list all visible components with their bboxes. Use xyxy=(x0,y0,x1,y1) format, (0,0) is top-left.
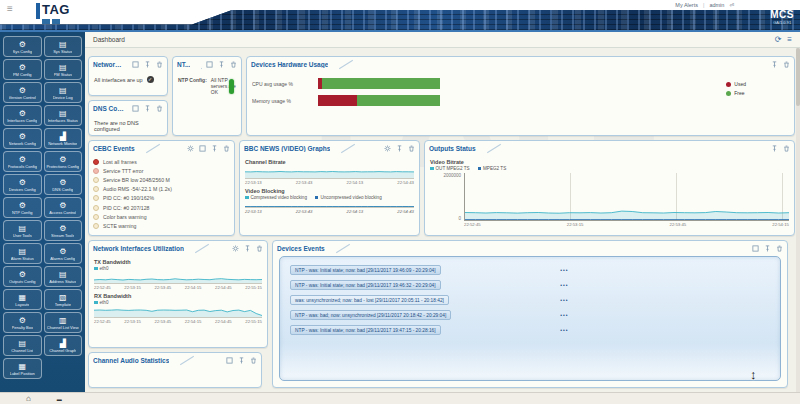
sidebar-item-dns-config[interactable]: ⚙DNS Config xyxy=(44,174,83,195)
checkbox-icon[interactable] xyxy=(752,245,759,252)
more-dots-button[interactable]: ••• xyxy=(560,297,568,303)
severity-dot-icon xyxy=(93,205,99,211)
sidebar-item-interfaces-status[interactable]: ▤Interfaces Status xyxy=(44,105,83,126)
event-item[interactable]: Color bars warning xyxy=(91,212,232,221)
event-item[interactable]: PID CC: #0 190/162% xyxy=(91,194,232,203)
sidebar-item-devices-config[interactable]: ⚙Devices Config xyxy=(3,174,42,195)
more-dots-button[interactable]: ••• xyxy=(560,312,568,318)
sidebar-item-label-position[interactable]: ▦Label Position xyxy=(3,358,42,379)
pin-icon[interactable] xyxy=(211,145,218,152)
refresh-icon[interactable]: ⟳ xyxy=(775,36,782,44)
sidebar-item-label: Access Control xyxy=(49,210,76,215)
menu-hamburger-icon[interactable]: ≡ xyxy=(7,4,18,14)
pin-icon[interactable] xyxy=(771,145,778,152)
sidebar-item-pm-config[interactable]: ⚙PM Config xyxy=(3,59,42,80)
sidebar-item-pm-status[interactable]: ▤PM Status xyxy=(44,59,83,80)
gear-icon[interactable] xyxy=(232,245,239,252)
event-label: Audio RMS -54/-22.1 M (1.2s) xyxy=(103,186,172,192)
trash-icon[interactable] xyxy=(223,145,230,152)
trash-icon[interactable] xyxy=(776,245,783,252)
trash-icon[interactable] xyxy=(783,61,790,68)
logout-icon[interactable]: ⏎ xyxy=(729,2,734,8)
trash-icon[interactable] xyxy=(256,245,263,252)
sidebar-item-user-tools[interactable]: ▤User Tools xyxy=(3,220,42,241)
event-item[interactable]: Service BR low 2048/2560 M xyxy=(91,175,232,184)
trash-icon[interactable] xyxy=(156,105,163,112)
device-event-chip[interactable]: was: unsynchronized; now: bad - lost [29… xyxy=(290,295,449,305)
event-item[interactable]: PID CC: #0 207/128 xyxy=(91,203,232,212)
scrollbar-thumb[interactable] xyxy=(796,48,800,106)
legend-marker-icon xyxy=(478,167,482,171)
pin-icon[interactable] xyxy=(771,61,778,68)
sidebar-item-stream-tools[interactable]: ⚙Stream Tools xyxy=(44,220,83,241)
sidebar-item-label: Sys Config xyxy=(13,49,32,54)
resize-vertical-handle[interactable]: ↕ xyxy=(750,368,757,381)
event-item[interactable]: Service TTT error xyxy=(91,166,232,175)
more-dots-button[interactable]: ••• xyxy=(560,282,568,288)
sidebar-item-address-status[interactable]: ▤Address Status xyxy=(44,266,83,287)
sidebar-item-ntp-config[interactable]: ⚙NTP Config xyxy=(3,197,42,218)
event-item[interactable]: SCTE warning xyxy=(91,221,232,230)
trash-icon[interactable] xyxy=(230,61,237,68)
sidebar-item-template[interactable]: ▧Template xyxy=(44,289,83,310)
pin-icon[interactable] xyxy=(144,105,151,112)
sidebar-item-channel-list-view[interactable]: ▥Channel List View xyxy=(44,312,83,333)
pin-icon[interactable] xyxy=(244,245,251,252)
trash-icon[interactable] xyxy=(156,61,163,68)
checkbox-icon[interactable] xyxy=(226,357,233,364)
sidebar-grid: ⚙Sys Config▤Sys Status⚙PM Config▤PM Stat… xyxy=(3,36,82,379)
sidebar-item-alarm-status[interactable]: ▤Alarm Status xyxy=(3,243,42,264)
alerts-link[interactable]: My Alerts xyxy=(675,2,698,8)
pin-icon[interactable] xyxy=(764,245,771,252)
sidebar-item-device-log[interactable]: ▤Device Log xyxy=(44,82,83,103)
device-event-chip[interactable]: NTP - was: Initial state; now: bad [29/1… xyxy=(290,325,441,335)
event-item[interactable]: Audio RMS -54/-22.1 M (1.2s) xyxy=(91,185,232,194)
sidebar-item-alarms-config[interactable]: ⚙Alarms Config xyxy=(44,243,83,264)
widget-menu-icon[interactable]: ≡ xyxy=(787,36,792,44)
sidebar-item-channel-graph[interactable]: ▟Channel Graph xyxy=(44,335,83,356)
sidebar-item-sys-status[interactable]: ▤Sys Status xyxy=(44,36,83,57)
home-icon[interactable]: ⌂ xyxy=(26,395,31,403)
trash-icon[interactable] xyxy=(250,357,257,364)
sidebar-item-sys-config[interactable]: ⚙Sys Config xyxy=(3,36,42,57)
sidebar-item-layouts[interactable]: ▦Layouts xyxy=(3,289,42,310)
minimized-widget-icon[interactable]: ▬ xyxy=(57,396,62,402)
breadcrumb-bar: Dashboard ⟳ ≡ xyxy=(85,32,800,48)
device-event-chip[interactable]: NTP - was: bad; now: unsynchronized [29/… xyxy=(290,310,451,320)
checkbox-icon[interactable] xyxy=(132,61,139,68)
sidebar-item-interfaces-config[interactable]: ⚙Interfaces Config xyxy=(3,105,42,126)
sidebar-item-outputs-config[interactable]: ⚙Outputs Config xyxy=(3,266,42,287)
pin-icon[interactable] xyxy=(238,357,245,364)
card-outputs-status: Outputs Status Video Bitrate OUT MPEG2 T… xyxy=(424,140,795,236)
gear-icon[interactable] xyxy=(384,145,391,152)
device-event-chip[interactable]: NTP - was: Initial state; now: bad [29/1… xyxy=(290,280,441,290)
trash-icon[interactable] xyxy=(783,145,790,152)
sidebar-item-access-control[interactable]: ⚙Access Control xyxy=(44,197,83,218)
pin-icon[interactable] xyxy=(144,61,151,68)
gear-icon: ⚙ xyxy=(19,155,26,164)
event-label: PID CC: #0 190/162% xyxy=(103,195,154,201)
sidebar-item-protocols-config[interactable]: ⚙Protocols Config xyxy=(3,151,42,172)
hardware-usage-bar xyxy=(318,95,440,106)
scrollbar-track[interactable] xyxy=(796,48,800,392)
checkbox-icon[interactable] xyxy=(206,61,213,68)
sidebar-item-version-control[interactable]: ⚙Version Control xyxy=(3,82,42,103)
trash-icon[interactable] xyxy=(408,145,415,152)
pin-icon[interactable] xyxy=(396,145,403,152)
multiviewer-banner xyxy=(0,10,800,30)
severity-dot-icon xyxy=(93,186,99,192)
sidebar-item-protections-config[interactable]: ⚙Protections Config xyxy=(44,151,83,172)
sidebar-item-channel-list[interactable]: ▤Channel List xyxy=(3,335,42,356)
gear-icon[interactable] xyxy=(187,145,194,152)
more-dots-button[interactable]: ••• xyxy=(560,267,568,273)
sidebar-item-penalty-box[interactable]: ⚙Penalty Box xyxy=(3,312,42,333)
device-event-chip[interactable]: NTP - was: Initial state; now: bad [29/1… xyxy=(290,265,441,275)
pin-icon[interactable] xyxy=(218,61,225,68)
more-dots-button[interactable]: ••• xyxy=(560,327,568,333)
checkbox-icon[interactable] xyxy=(199,145,206,152)
legend-marker-icon xyxy=(430,167,434,171)
checkbox-icon[interactable] xyxy=(132,105,139,112)
sidebar-item-network-monitor[interactable]: ▟Network Monitor xyxy=(44,128,83,149)
event-item[interactable]: Lost all frames xyxy=(91,157,232,166)
sidebar-item-network-config[interactable]: ⚙Network Config xyxy=(3,128,42,149)
